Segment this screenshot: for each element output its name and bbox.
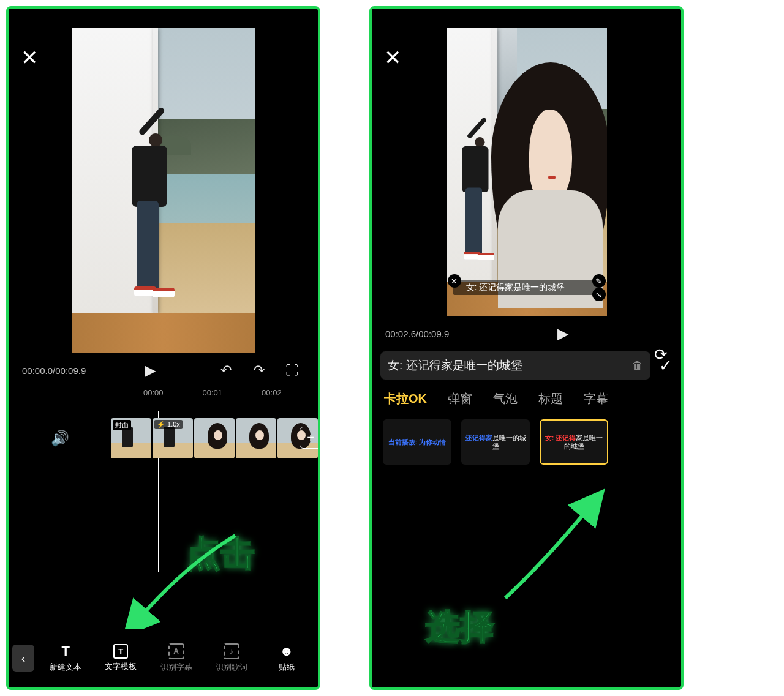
preview-canvas: ✕ ✎ ⤡ 女: 还记得家是唯一的城堡 xyxy=(447,28,607,316)
subtitle-delete-icon[interactable]: ✕ xyxy=(448,274,461,288)
video-preview[interactable] xyxy=(9,9,318,355)
preview-canvas xyxy=(72,28,255,353)
style-preset[interactable]: 当前播放: 为你动情 xyxy=(383,419,451,465)
fullscreen-button[interactable]: ⛶ xyxy=(280,362,304,378)
clip: ⚡ 1.0x xyxy=(153,418,193,458)
timeline[interactable]: 00:0000:0100:0200:03 🔊 封面 ⚡ 1.0x + xyxy=(9,386,318,462)
timecode: 00:02.6/00:09.9 xyxy=(385,329,449,339)
rotate-icon[interactable]: ⟳ xyxy=(654,345,668,364)
clip-cover: 封面 xyxy=(111,418,151,458)
annotation-arrow xyxy=(131,528,247,629)
tab-subtitle[interactable]: 字幕 xyxy=(584,391,608,407)
tool-text-template[interactable]: T文字模板 xyxy=(93,644,148,672)
subtitle-overlay[interactable]: ✕ ✎ ⤡ 女: 还记得家是唯一的城堡 xyxy=(453,280,601,295)
clip-track[interactable]: 封面 ⚡ 1.0x + xyxy=(111,418,318,458)
timecode: 00:00.0/00:09.9 xyxy=(22,365,86,376)
tool-new-text[interactable]: T新建文本 xyxy=(38,643,93,673)
style-preset-selected[interactable]: 女: 还记得家是唯一的城堡 xyxy=(540,419,608,465)
volume-icon[interactable]: 🔊 xyxy=(9,430,111,447)
play-button[interactable]: ▶ xyxy=(138,362,162,379)
video-preview[interactable]: ✕ ✎ ⤡ 女: 还记得家是唯一的城堡 xyxy=(372,9,681,318)
text-toolbar: ‹ T新建文本 T文字模板 A识别字幕 ♪识别歌词 ☻贴纸 xyxy=(9,629,318,687)
annotation-arrow xyxy=(500,501,605,608)
undo-button[interactable]: ↶ xyxy=(214,362,238,378)
clip xyxy=(194,418,235,458)
tab-title[interactable]: 标题 xyxy=(538,391,563,407)
back-button[interactable]: ‹ xyxy=(12,645,34,672)
style-tabs: 卡拉OK 弹窗 气泡 标题 字幕 xyxy=(372,380,681,411)
clip: + xyxy=(277,418,318,458)
clip xyxy=(236,418,276,458)
tab-popup[interactable]: 弹窗 xyxy=(448,391,472,407)
timeline-ticks: 00:0000:0100:0200:03 xyxy=(9,388,318,397)
style-presets: 当前播放: 为你动情 还记得家是唯一的城堡 女: 还记得家是唯一的城堡 xyxy=(372,411,681,473)
phone-right: ✕ ✕ ✎ ⤡ 女: 还记得家是唯一的城堡 ⟳ 00:02.6/00:09.9 … xyxy=(369,6,684,690)
subtitle-resize-icon[interactable]: ⤡ xyxy=(592,288,606,301)
subtitle-edit-icon[interactable]: ✎ xyxy=(592,274,606,288)
redo-button[interactable]: ↷ xyxy=(247,362,271,378)
add-clip-button[interactable]: + xyxy=(300,427,318,449)
tab-bubble[interactable]: 气泡 xyxy=(493,391,518,407)
phone-left: ✕ 00:00.0/00:09.9 ▶ ↶ ↷ ⛶ 00:0000:0100:0… xyxy=(6,6,320,690)
trash-icon[interactable]: 🗑 xyxy=(632,359,643,372)
close-icon[interactable]: ✕ xyxy=(21,45,38,70)
tool-recognize-lyrics[interactable]: ♪识别歌词 xyxy=(204,643,259,673)
tool-sticker[interactable]: ☻贴纸 xyxy=(259,643,314,673)
subtitle-text-input[interactable]: 女: 还记得家是唯一的城堡🗑 xyxy=(380,351,650,380)
tab-karaoke[interactable]: 卡拉OK xyxy=(384,391,427,407)
tool-recognize-subtitle[interactable]: A识别字幕 xyxy=(148,643,203,673)
close-icon[interactable]: ✕ xyxy=(384,45,401,70)
annotation-label: 选择 xyxy=(426,604,494,651)
style-preset[interactable]: 还记得家是唯一的城堡 xyxy=(461,419,530,465)
play-button[interactable]: ▶ xyxy=(551,325,575,342)
